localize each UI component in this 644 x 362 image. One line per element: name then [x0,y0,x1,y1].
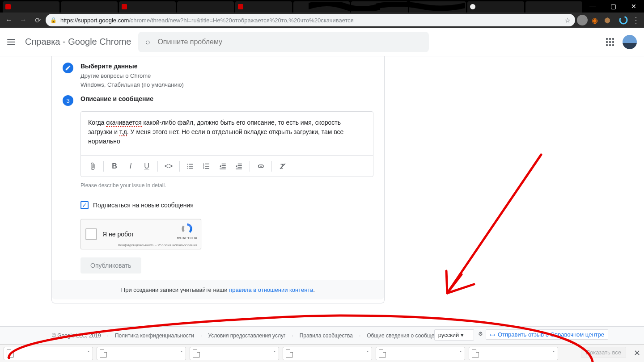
download-item[interactable]: ˄ [469,347,558,360]
redaction-scribble [309,2,380,11]
extension-icon[interactable] [618,15,629,25]
recaptcha-widget[interactable]: Я не робот reCAPTCHA Конфиденциальность … [80,219,201,249]
chevron-up-icon[interactable]: ˄ [180,350,183,357]
svg-rect-8 [205,164,209,164]
thread-form-card: Выберите данные Другие вопросы о ChromeW… [51,56,385,303]
page-footer: © Google LLC, 2019 · Политика конфиденци… [0,326,644,344]
language-select[interactable]: русский ▾ [434,329,474,341]
svg-rect-20 [236,168,242,169]
publish-row: Опубликовать [80,257,373,274]
code-button[interactable]: <> [161,158,177,174]
edit-step-icon [63,63,73,73]
svg-text:3: 3 [203,167,204,169]
svg-rect-18 [238,165,242,166]
close-shelf-button[interactable]: ✕ [634,348,640,358]
chrome-toolbar: ← → ⟳ 🔒 https://support.google.com/chrom… [0,13,644,28]
outdent-button[interactable] [215,158,231,174]
footer-link[interactable]: Политика конфиденциальности [115,333,194,339]
svg-rect-6 [189,168,193,168]
settings-gear-icon[interactable]: ⚙ [478,331,483,337]
recaptcha-terms[interactable]: Конфиденциальность - Условия использован… [118,243,197,247]
bookmark-star-icon[interactable]: ☆ [564,16,571,25]
address-bar[interactable]: 🔒 https://support.google.com/chrome/thre… [46,14,575,26]
window-titlebar: — ▢ ✕ [0,0,644,13]
chevron-up-icon[interactable]: ˄ [552,350,555,357]
search-input[interactable] [157,38,422,46]
footer-link[interactable]: Правила сообщества [300,333,353,339]
clear-formatting-button[interactable] [275,158,291,174]
download-item[interactable]: ˄ [97,347,186,360]
back-button[interactable]: ← [3,14,15,26]
account-avatar[interactable] [623,35,637,49]
extension-icon[interactable] [577,15,588,25]
underline-button[interactable]: U [139,158,155,174]
footer-link[interactable]: Общие сведения о сообществе [367,333,445,339]
numbered-list-button[interactable]: 123 [199,158,215,174]
extension-icon[interactable]: ⬢ [602,15,613,25]
step-2-title: Выберите данные [80,63,373,70]
send-feedback-link[interactable]: ▭Отправить отзыв о Справочном центре [486,329,608,340]
svg-point-1 [187,164,188,164]
chevron-up-icon[interactable]: ˄ [87,350,90,357]
editor-helper-text: Please describe your issue in detail. [80,182,373,189]
italic-button[interactable]: I [123,158,139,174]
browser-tab[interactable] [61,1,118,13]
content-policy-link[interactable]: правила в отношении контента [229,286,313,293]
bulleted-list-button[interactable] [182,158,199,174]
svg-rect-15 [222,167,226,168]
help-search-box[interactable]: ⌕ [138,32,429,52]
publish-button[interactable]: Опубликовать [80,257,141,274]
chevron-up-icon[interactable]: ˄ [273,350,276,357]
window-maximize-button[interactable]: ▢ [603,0,623,13]
main-menu-button[interactable] [7,37,18,47]
indent-button[interactable] [231,158,247,174]
recaptcha-label: Я не робот [102,231,134,238]
link-button[interactable] [253,158,269,174]
description-editor: Когда скачивается какой-либо файл, должн… [80,111,373,177]
step-3-header: 3 Описание и сообщение [52,89,384,106]
svg-rect-14 [222,165,226,166]
download-item[interactable]: ˄ [283,347,372,360]
description-textarea[interactable]: Когда скачивается какой-либо файл, должн… [81,112,373,155]
extension-icon[interactable]: ◉ [589,15,600,25]
browser-tab[interactable] [177,1,234,13]
chrome-menu-button[interactable]: ⋮ [631,15,641,25]
footer-link[interactable]: Условия предоставления услуг [208,333,285,339]
subscribe-label: Подписаться на новые сообщения [93,202,194,209]
chevron-up-icon[interactable]: ˄ [366,350,369,357]
forward-button[interactable]: → [17,14,30,26]
download-item[interactable]: ˄ [190,347,279,360]
browser-tab[interactable] [119,1,176,13]
browser-tab[interactable] [525,1,582,13]
browser-tab[interactable] [235,1,292,13]
download-item[interactable]: ˄ [4,347,93,360]
svg-rect-17 [238,164,242,164]
google-apps-button[interactable] [605,37,615,47]
subscribe-row[interactable]: ✓ Подписаться на новые сообщения [80,201,373,209]
file-icon [7,349,14,358]
browser-tab[interactable] [467,1,524,13]
subscribe-checkbox[interactable]: ✓ [80,201,89,209]
window-minimize-button[interactable]: — [582,0,603,13]
svg-rect-10 [205,166,209,167]
card-footer: При создании записи учитывайте наши прав… [52,280,384,299]
chevron-up-icon[interactable]: ˄ [459,350,462,357]
show-all-downloads-button[interactable]: Показать все [581,347,626,358]
feedback-icon: ▭ [490,331,495,338]
step-2-header[interactable]: Выберите данные Другие вопросы о ChromeW… [52,56,384,89]
file-icon [379,349,386,358]
redaction-scribble [376,2,465,11]
search-icon: ⌕ [145,37,150,46]
bold-button[interactable]: B [106,158,123,174]
browser-tab[interactable] [3,1,59,13]
url-text: https://support.google.com/chrome/thread… [60,17,354,24]
step-number-badge: 3 [63,95,73,106]
file-icon [193,349,200,358]
download-item[interactable]: ˄ [376,347,465,360]
attach-button[interactable] [85,158,101,174]
extension-icon[interactable] [614,15,616,25]
reload-button[interactable]: ⟳ [31,14,44,26]
svg-rect-13 [222,164,226,164]
recaptcha-checkbox[interactable] [85,228,97,240]
window-close-button[interactable]: ✕ [623,0,644,13]
